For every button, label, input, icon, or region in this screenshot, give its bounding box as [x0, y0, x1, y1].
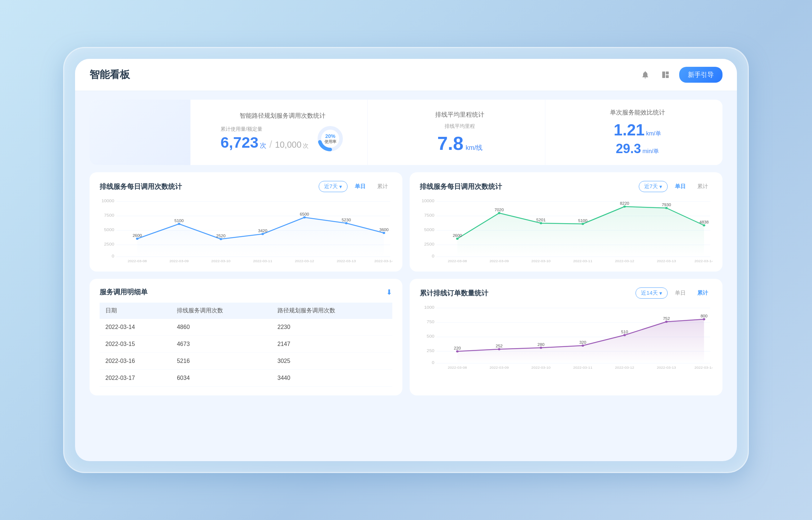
svg-text:4838: 4838 — [699, 220, 709, 224]
chart3-svg-container: 1000 750 500 250 0 — [420, 304, 712, 369]
svg-text:800: 800 — [700, 314, 707, 318]
detail-table: 日期 排线服务调用次数 路径规划服务调用次数 2022-03-14 4860 2… — [100, 303, 392, 387]
svg-point-100 — [703, 318, 705, 320]
chart2-tab-cumulative[interactable]: 累计 — [693, 181, 712, 192]
download-icon[interactable]: ⬇ — [386, 288, 392, 296]
efficiency-value1: 1.21 — [614, 121, 645, 139]
svg-point-65 — [581, 223, 584, 225]
chart2-title: 排线服务每日调用次数统计 — [420, 182, 502, 191]
svg-point-34 — [303, 216, 306, 218]
svg-text:2022-03-11: 2022-03-11 — [253, 259, 272, 263]
usage-title: 智能路径规划服务调用次数统计 — [240, 112, 326, 120]
header-actions: 新手引导 — [639, 67, 722, 83]
cell-line: 5216 — [171, 353, 272, 370]
svg-point-64 — [540, 222, 542, 224]
svg-text:5100: 5100 — [174, 219, 184, 223]
svg-text:2022-03-10: 2022-03-10 — [531, 259, 551, 263]
col-route: 路径规划服务调用次数 — [272, 303, 392, 319]
svg-text:2022-03-09: 2022-03-09 — [170, 259, 189, 263]
svg-text:2022-03-09: 2022-03-09 — [490, 366, 509, 369]
svg-text:7500: 7500 — [104, 213, 114, 218]
svg-text:510: 510 — [621, 330, 628, 334]
efficiency-unit1: km/单 — [646, 130, 661, 138]
col-date: 日期 — [100, 303, 171, 319]
chart2-period-btn[interactable]: 近7天 ▾ — [639, 181, 668, 192]
mileage-unit: km/线 — [466, 143, 483, 152]
svg-point-95 — [498, 348, 501, 350]
svg-text:252: 252 — [496, 344, 502, 348]
chart3-card: 累计排线订单数量统计 近14天 ▾ 单日 累计 1000 — [410, 279, 722, 395]
table-row: 2022-03-16 5216 3025 — [100, 353, 392, 370]
charts-row: 排线服务每日调用次数统计 近7天 ▾ 单日 累计 — [90, 172, 722, 272]
svg-text:752: 752 — [663, 317, 670, 321]
efficiency-stat-card: 单次服务能效比统计 1.21 km/单 29.3 min/单 — [553, 100, 722, 165]
chart3-period-btn[interactable]: 近14天 ▾ — [636, 287, 668, 299]
mileage-value: 7.8 — [437, 133, 463, 154]
svg-text:2022-03-09: 2022-03-09 — [490, 259, 509, 263]
svg-point-99 — [665, 321, 668, 323]
svg-text:5230: 5230 — [342, 218, 351, 222]
svg-text:7930: 7930 — [662, 203, 671, 207]
svg-text:2022-03-13: 2022-03-13 — [657, 366, 676, 369]
notification-icon[interactable] — [639, 68, 652, 81]
cell-date: 2022-03-16 — [100, 353, 171, 370]
chart2-svg-container: 10000 7500 5000 2500 0 — [420, 198, 712, 263]
svg-point-31 — [178, 223, 180, 225]
svg-text:5100: 5100 — [578, 219, 588, 223]
mileage-title: 排线平均里程统计 — [435, 110, 484, 119]
chart3-tab-single[interactable]: 单日 — [671, 288, 690, 298]
svg-text:3420: 3420 — [258, 229, 267, 233]
chart2-tab-single[interactable]: 单日 — [671, 181, 690, 192]
layout-icon[interactable] — [659, 68, 672, 81]
chart1-period-btn[interactable]: 近7天 ▾ — [319, 181, 348, 192]
svg-marker-47 — [457, 207, 704, 257]
svg-text:2022-03-12: 2022-03-12 — [615, 259, 634, 263]
svg-text:8220: 8220 — [620, 202, 629, 205]
svg-point-94 — [456, 350, 459, 352]
chart3-title: 累计排线订单数量统计 — [420, 289, 488, 298]
svg-text:2500: 2500 — [424, 242, 435, 247]
svg-text:2022-03-10: 2022-03-10 — [531, 366, 551, 369]
dashboard: 智能看板 新手引导 — [75, 59, 737, 461]
header: 智能看板 新手引导 — [75, 59, 737, 91]
chart1-svg-container: 10000 7500 5000 2500 0 — [100, 198, 392, 263]
guide-button[interactable]: 新手引导 — [679, 67, 722, 83]
svg-text:2022-03-14: 2022-03-14 — [374, 259, 392, 263]
svg-point-98 — [623, 334, 626, 336]
mileage-stat-card: 排线平均里程统计 排线平均里程 7.8 km/线 — [375, 100, 545, 165]
svg-text:320: 320 — [579, 341, 586, 344]
cell-route: 2230 — [272, 319, 392, 336]
svg-text:7020: 7020 — [494, 208, 504, 212]
svg-text:2022-03-08: 2022-03-08 — [128, 259, 147, 263]
svg-text:220: 220 — [454, 346, 461, 350]
svg-point-35 — [345, 222, 348, 224]
efficiency-title: 单次服务能效比统计 — [610, 108, 665, 117]
svg-text:2500: 2500 — [104, 242, 114, 247]
svg-text:2022-03-08: 2022-03-08 — [448, 366, 467, 369]
svg-rect-1 — [666, 72, 669, 74]
cell-route: 3025 — [272, 353, 392, 370]
svg-point-62 — [456, 238, 459, 240]
chart1-title: 排线服务每日调用次数统计 — [100, 182, 182, 191]
outer-frame: 智能看板 新手引导 — [63, 47, 749, 473]
stats-row: 智能路径规划服务调用次数统计 累计使用量/额定量 6,723 次 / 10,00… — [90, 100, 722, 165]
chart2-controls: 近7天 ▾ 单日 累计 — [639, 181, 712, 192]
chart1-controls: 近7天 ▾ 单日 累计 — [319, 181, 392, 192]
svg-text:10000: 10000 — [422, 199, 435, 203]
chart1-tab-single[interactable]: 单日 — [350, 181, 370, 192]
svg-point-33 — [261, 233, 264, 235]
svg-text:2022-03-14: 2022-03-14 — [694, 366, 712, 369]
mileage-subtitle: 排线平均里程 — [445, 123, 475, 130]
cell-date: 2022-03-15 — [100, 336, 171, 353]
page-title: 智能看板 — [90, 68, 130, 82]
table-card: 服务调用明细单 ⬇ 日期 排线服务调用次数 路径规划服务调用次数 — [90, 279, 402, 395]
svg-text:500: 500 — [427, 334, 435, 339]
svg-point-68 — [703, 224, 705, 226]
col-line: 排线服务调用次数 — [171, 303, 272, 319]
svg-point-66 — [623, 205, 626, 208]
usage-stat-card: 智能路径规划服务调用次数统计 累计使用量/额定量 6,723 次 / 10,00… — [198, 100, 368, 165]
chart3-tab-cumulative[interactable]: 累计 — [693, 288, 712, 298]
svg-point-63 — [498, 212, 501, 214]
svg-text:6500: 6500 — [300, 212, 309, 216]
chart1-tab-cumulative[interactable]: 累计 — [373, 181, 392, 192]
